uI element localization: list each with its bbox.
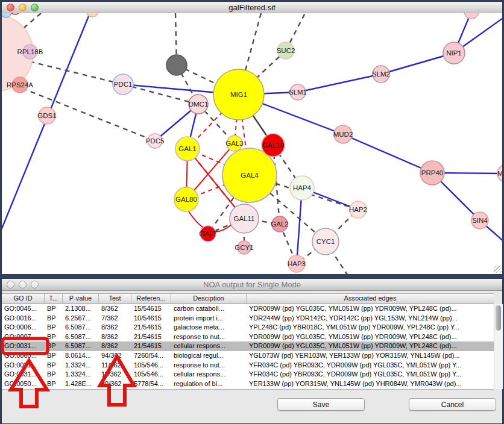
vertical-scrollbar[interactable] [494, 304, 503, 389]
cancel-button[interactable]: Cancel [409, 398, 496, 411]
resize-grip-icon[interactable] [494, 266, 502, 273]
table-cell: 21/54615 [131, 341, 171, 351]
table-cell: 8/362 [99, 341, 131, 351]
table-cell: 21/54615 [131, 323, 171, 332]
node-top-right-partial[interactable] [464, 13, 479, 19]
table-cell: 7260/54... [131, 351, 171, 361]
node-label-MUD2: MUD2 [333, 131, 353, 138]
table-cell: GO:0016... [2, 314, 45, 323]
network-graph[interactable]: MIG1GAL11GAL4RPL18BRPS24AGDS1PDC1DMC1SUC… [2, 13, 502, 274]
column-header-4[interactable]: Referen... [131, 294, 171, 303]
network-edge[interactable] [381, 53, 454, 74]
table-cell: 10/54615 [131, 314, 171, 323]
table-row[interactable]: GO:0016...BP6.2567...7/36210/54615protei… [2, 314, 494, 323]
table-cell: regulation of bi... [171, 379, 247, 389]
table-cell: 1.428E... [63, 379, 99, 389]
node-label-HAP2: HAP2 [349, 206, 367, 213]
table-cell: 1.3324... [63, 361, 99, 370]
table-row[interactable]: GO:0050...BP1.428E...80/3625778/54...reg… [2, 379, 494, 389]
node-label-NIP1: NIP1 [446, 49, 462, 57]
network-canvas[interactable]: MIG1GAL11GAL4RPL18BRPS24AGDS1PDC1DMC1SUC… [2, 13, 502, 274]
table-cell: 5778/54... [131, 379, 171, 389]
table-cell: 1.3324... [63, 370, 99, 379]
node-label-RPL18B: RPL18B [17, 48, 43, 55]
noa-window-titlebar[interactable]: NOA output for Single Mode [2, 279, 502, 291]
table-cell: BP [45, 332, 63, 342]
table-cell: response to nut... [171, 361, 247, 370]
node-label-GAL7: GAL7 [199, 230, 216, 237]
table-cell: BP [45, 351, 63, 361]
table-cell: YDR244W (pp) YDR142C, YDR142C (pp) YGL15… [247, 314, 494, 323]
network-edge[interactable] [343, 134, 432, 173]
table-row[interactable]: GO:0065...BP8.0614...94/3627260/54...bio… [2, 351, 494, 361]
table-row[interactable]: GO:0045...BP2.1308...8/36215/54615carbon… [2, 304, 494, 314]
column-header-3[interactable]: Test [99, 294, 131, 303]
table-cell: GO:0031... [2, 341, 45, 351]
table-cell: 94/362 [99, 351, 131, 361]
node-label-SUC2: SUC2 [277, 47, 295, 54]
results-table-body: GO:0045...BP2.1308...8/36215/54615carbon… [2, 304, 494, 390]
node-label-GAL11: GAL11 [234, 215, 255, 222]
table-cell: cellular respons... [171, 341, 247, 351]
table-cell: BP [45, 361, 63, 370]
column-header-1[interactable]: T... [45, 294, 63, 303]
column-header-0[interactable]: GO ID [2, 294, 45, 303]
graph-window-titlebar[interactable]: galFiltered.sif [2, 2, 502, 14]
table-cell: YDR009W (pd) YGL035C, YML051W (pp) YDR00… [247, 341, 494, 351]
table-row[interactable]: GO:0031...BP1.3324...11/362105/546...cel… [2, 370, 494, 379]
node-label-MSL1: MSL1 [497, 170, 502, 177]
column-header-5[interactable]: Desciption [171, 294, 247, 303]
node-label-GAL2: GAL2 [271, 220, 288, 228]
table-cell: BP [45, 323, 63, 332]
save-button[interactable]: Save [277, 398, 365, 411]
table-row[interactable]: GO:0006...BP6.5087...8/36221/54615galact… [2, 323, 494, 332]
table-cell: 8/362 [99, 332, 131, 342]
node-top-left-partial-blue[interactable] [2, 13, 11, 17]
table-row[interactable]: GO:0031...BP1.3324...11/362105/546...res… [2, 361, 494, 370]
table-cell: 105/546... [131, 370, 171, 379]
table-row[interactable]: GO:0031...BP6.5087...8/36221/54615cellul… [2, 341, 494, 351]
graph-window-title: galFiltered.sif [2, 2, 502, 13]
table-cell: GO:0050... [2, 379, 45, 389]
table-cell: BP [45, 314, 63, 323]
node-label-GAL3: GAL3 [225, 140, 243, 147]
table-cell: response to nut... [171, 332, 247, 342]
column-header-2[interactable]: P-value [63, 294, 99, 303]
table-cell: YER133W (pp) YOR315W, YNL145W (pd) YHR08… [247, 379, 494, 389]
table-cell: YDR009W (pd) YGL035C, YML051W (pp) YDR00… [247, 332, 494, 342]
table-cell: BP [45, 370, 63, 379]
table-cell: 6.2567... [63, 314, 99, 323]
table-cell: 6.5087... [63, 341, 99, 351]
table-cell: GO:0006... [2, 323, 45, 332]
table-cell: 8/362 [99, 323, 131, 332]
node-label-PDC5: PDC5 [146, 137, 165, 145]
table-cell: BP [45, 304, 63, 314]
table-cell: 6.5087... [63, 323, 99, 332]
table-cell: YDR009W (pd) YGL035C, YML051W (pp) YDR00… [247, 304, 494, 314]
network-edge[interactable] [298, 74, 381, 92]
table-cell: GO:0045... [2, 304, 45, 314]
node-label-SIN4: SIN4 [472, 217, 488, 224]
table-cell: biological regul... [171, 351, 247, 361]
column-header-6[interactable]: Associated edges [247, 294, 494, 303]
table-cell: GO:0031... [2, 370, 45, 379]
node-label-MIG1: MIG1 [230, 91, 247, 98]
node-label-RPS24A: RPS24A [7, 81, 33, 89]
node-label-GAL1: GAL1 [178, 145, 196, 152]
table-cell: YGL073W (pd) YER103W, YER133W (pp) YOR31… [247, 351, 494, 361]
table-cell: 8.0614... [63, 351, 99, 361]
desktop: galFiltered.sif MIG1GAL11GAL4RPL18BRPS24… [0, 0, 504, 424]
graph-window: galFiltered.sif MIG1GAL11GAL4RPL18BRPS24… [1, 1, 503, 275]
table-cell: BP [45, 341, 63, 351]
table-cell: protein import i... [171, 314, 247, 323]
noa-output-window: NOA output for Single Mode GO IDT...P-va… [1, 278, 503, 424]
table-cell: 8/362 [99, 304, 131, 314]
table-cell: YPL248C (pd) YBR018C, YML051W (pp) YDR00… [247, 323, 494, 332]
scrollbar-thumb[interactable] [496, 305, 501, 331]
table-row[interactable]: GO:0007...BP6.5087...8/36221/54615respon… [2, 332, 494, 342]
node-label-PRP40: PRP40 [421, 169, 443, 176]
node-gray-node[interactable] [166, 55, 187, 75]
table-cell: carbon cataboli... [171, 304, 247, 314]
node-label-CYC1: CYC1 [317, 238, 335, 245]
node-label-SLM1: SLM1 [289, 89, 307, 96]
